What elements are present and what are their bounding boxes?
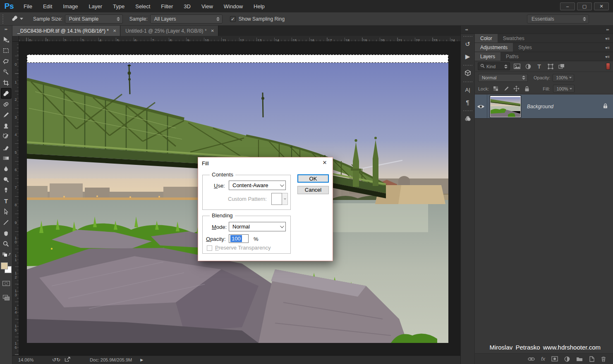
dialog-close-icon[interactable]: ✕ (321, 159, 328, 167)
layer-visibility-toggle[interactable] (475, 95, 487, 118)
gradient-tool[interactable] (1, 152, 12, 163)
eyedropper-tool[interactable] (1, 88, 12, 99)
show-sampling-ring-checkbox[interactable]: ✓ (230, 16, 236, 22)
preserve-transparency-checkbox[interactable] (207, 245, 212, 251)
foreground-color-swatch[interactable] (1, 262, 8, 269)
collapse-panels-icon[interactable]: ◂◂ (465, 28, 467, 31)
rectangular-marquee-tool[interactable] (1, 45, 12, 56)
menu-item-type[interactable]: Type (108, 3, 130, 10)
filter-toggle-switch[interactable] (606, 63, 610, 70)
layer-fill-field[interactable]: 100% (553, 85, 575, 93)
workspace-select[interactable]: Essentials (527, 14, 589, 24)
tab-paths[interactable]: Paths (500, 52, 524, 61)
history-panel-icon[interactable]: ↺ (462, 39, 474, 50)
brush-tool[interactable] (1, 109, 12, 120)
share-icon[interactable] (65, 357, 71, 363)
filter-adjustment-layers-icon[interactable] (524, 62, 532, 70)
custom-pattern-arrow[interactable] (282, 193, 288, 205)
menu-item-help[interactable]: Help (248, 3, 270, 10)
lock-transparency-icon[interactable] (492, 85, 499, 92)
panel-menu-icon[interactable]: ▾≡ (605, 52, 610, 61)
layer-opacity-field[interactable]: 100% (553, 74, 574, 82)
eraser-tool[interactable] (1, 142, 12, 152)
tab-color[interactable]: Color (475, 34, 498, 43)
tab-layers[interactable]: Layers (475, 52, 500, 61)
horizontal-type-tool[interactable]: T (1, 195, 12, 206)
close-icon[interactable]: ✕ (211, 29, 214, 33)
delete-layer-icon[interactable] (601, 356, 606, 362)
filter-type-layers-icon[interactable]: T (535, 62, 544, 70)
lock-all-icon[interactable] (523, 85, 530, 92)
filter-smart-objects-icon[interactable] (557, 62, 566, 70)
zoom-level-field[interactable]: 14.06% (18, 357, 45, 362)
pen-tool[interactable] (1, 185, 12, 195)
minimize-button[interactable]: – (560, 2, 575, 10)
menu-item-window[interactable]: Window (218, 3, 248, 10)
tool-preset-picker[interactable] (8, 15, 26, 23)
tab-styles[interactable]: Styles (513, 43, 537, 52)
new-adjustment-layer-icon[interactable] (564, 356, 570, 362)
screen-mode-button[interactable] (1, 292, 12, 303)
layer-style-icon[interactable]: fx (541, 356, 545, 362)
opacity-input[interactable]: 100 (229, 234, 249, 243)
3d-materials-panel-icon[interactable] (462, 68, 474, 79)
sample-size-select[interactable]: Point Sample (65, 14, 123, 24)
layer-thumbnail[interactable] (490, 96, 521, 117)
history-brush-tool[interactable] (1, 131, 12, 142)
ok-button[interactable]: OK (297, 174, 329, 183)
zoom-tool[interactable] (1, 238, 12, 249)
dodge-tool[interactable] (1, 174, 12, 185)
paragraph-panel-icon[interactable]: ¶ (462, 97, 474, 107)
swap-colors-icon[interactable] (1, 252, 12, 257)
sync-icon[interactable]: ↺↻ (52, 357, 60, 363)
lock-paint-icon[interactable] (503, 85, 510, 92)
toolbar-expand-icon[interactable]: ▸▸ (5, 26, 7, 34)
spot-healing-brush-tool[interactable] (1, 99, 12, 109)
new-group-icon[interactable] (576, 356, 583, 362)
ruler-corner[interactable] (12, 36, 19, 42)
document-tab-untitled1[interactable]: Untitled-1 @ 25% (Layer 4, RGB/8) * ✕ (120, 26, 218, 36)
blend-mode-select[interactable]: Normal (478, 74, 528, 82)
expand-panels-icon[interactable]: ▸▸ (606, 28, 609, 31)
vertical-ruler[interactable]: 012345678910111213141516 (12, 42, 19, 355)
menu-item-select[interactable]: Select (130, 3, 156, 10)
document-tab-dsc8438[interactable]: _DSC8438-HDR.tif @ 14.1% (RGB/16*) * ✕ (12, 26, 120, 36)
maximize-button[interactable]: ▢ (577, 2, 592, 10)
color-themes-panel-icon[interactable] (462, 113, 474, 124)
horizontal-ruler[interactable]: 0123456789101112131415161718192021222324 (19, 36, 460, 42)
use-select[interactable]: Content-Aware (229, 181, 286, 190)
tab-swatches[interactable]: Swatches (498, 34, 530, 43)
clone-stamp-tool[interactable] (1, 120, 12, 131)
move-tool[interactable] (1, 34, 12, 45)
menu-item-3d[interactable]: 3D (178, 3, 196, 10)
link-layers-icon[interactable] (528, 357, 535, 361)
hand-tool[interactable] (1, 228, 12, 238)
filter-shape-layers-icon[interactable] (546, 62, 555, 70)
lasso-tool[interactable] (1, 56, 12, 67)
panel-menu-icon[interactable]: ▾≡ (605, 34, 610, 43)
layer-filter-kind-select[interactable]: Kind (478, 62, 510, 70)
crop-tool[interactable] (1, 77, 12, 88)
tab-adjustments[interactable]: Adjustments (475, 43, 513, 52)
close-icon[interactable]: ✕ (113, 29, 116, 33)
status-menu-arrow-icon[interactable]: ▶ (140, 358, 143, 362)
sample-select[interactable]: All Layers (150, 14, 223, 24)
add-layer-mask-icon[interactable] (551, 356, 558, 362)
actions-panel-icon[interactable]: ▶ (462, 51, 474, 62)
menu-item-layer[interactable]: Layer (84, 3, 108, 10)
close-button[interactable]: ✕ (594, 2, 609, 10)
character-panel-icon[interactable]: A| (462, 84, 474, 95)
filter-pixel-layers-icon[interactable] (512, 62, 521, 70)
doc-size-info[interactable]: Doc: 205.9M/205.9M (90, 357, 132, 362)
mode-select[interactable]: Normal (229, 222, 286, 231)
panel-menu-icon[interactable]: ▾≡ (605, 43, 610, 52)
menu-item-edit[interactable]: Edit (38, 3, 57, 10)
line-tool[interactable] (1, 217, 12, 228)
menu-item-view[interactable]: View (196, 3, 218, 10)
quick-mask-button[interactable] (1, 278, 12, 289)
custom-pattern-swatch[interactable] (271, 193, 282, 205)
menu-item-image[interactable]: Image (57, 3, 83, 10)
cancel-button[interactable]: Cancel (297, 186, 329, 194)
layer-row-background[interactable]: Background (475, 95, 613, 119)
menu-item-filter[interactable]: Filter (156, 3, 178, 10)
